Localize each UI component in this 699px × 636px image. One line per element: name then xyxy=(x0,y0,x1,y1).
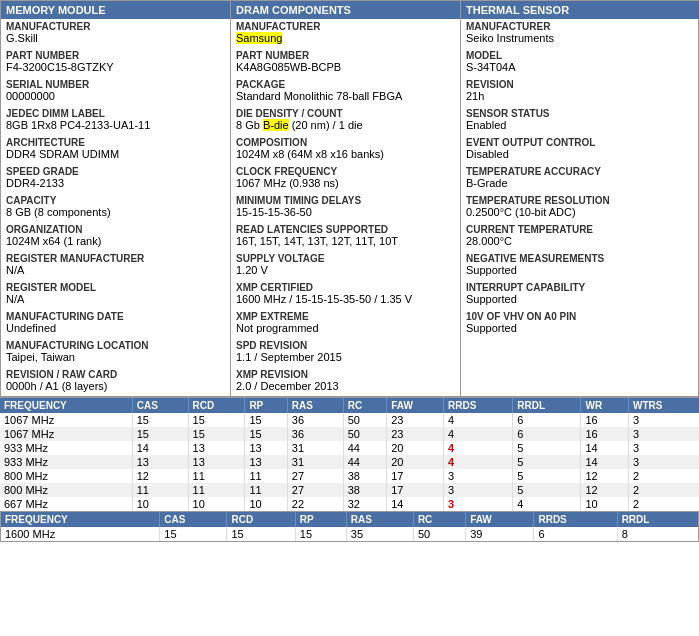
memory-regmfr-label: REGISTER MANUFACTURER xyxy=(6,253,225,264)
thermal-resolution-field: TEMPERATURE RESOLUTION 0.2500°C (10-bit … xyxy=(461,193,699,222)
th-faw: FAW xyxy=(387,398,444,413)
th-cas: CAS xyxy=(132,398,188,413)
table-cell: 10 xyxy=(132,497,188,511)
table-row: 933 MHz14131331442045143 xyxy=(0,441,699,455)
thermal-current-label: CURRENT TEMPERATURE xyxy=(466,224,695,235)
dram-header: DRAM COMPONENTS xyxy=(231,1,460,19)
table-cell: 13 xyxy=(188,455,245,469)
memory-org-field: ORGANIZATION 1024M x64 (1 rank) xyxy=(1,222,230,251)
table-row: 933 MHz13131331442045143 xyxy=(0,455,699,469)
table-cell: 4 xyxy=(444,427,513,441)
dram-mintiming-field: MINIMUM TIMING DELAYS 15-15-15-36-50 xyxy=(231,193,460,222)
memory-regmodel-value: N/A xyxy=(6,293,225,305)
xmp-header-row: FREQUENCY CAS RCD RP RAS RC FAW RRDS RRD… xyxy=(1,512,698,527)
dram-spd-field: SPD REVISION 1.1 / September 2015 xyxy=(231,338,460,367)
dram-voltage-value: 1.20 V xyxy=(236,264,455,276)
dram-spd-label: SPD REVISION xyxy=(236,340,455,351)
table-cell: 10 xyxy=(188,497,245,511)
xmp-th-rcd: RCD xyxy=(227,512,295,527)
table-cell: 38 xyxy=(343,483,386,497)
dram-partnumber-label: PART NUMBER xyxy=(236,50,455,61)
memory-rev-field: REVISION / RAW CARD 0000h / A1 (8 layers… xyxy=(1,367,230,396)
table-cell: 20 xyxy=(387,441,444,455)
table-cell: 27 xyxy=(287,483,343,497)
thermal-accuracy-value: B-Grade xyxy=(466,177,695,189)
timing-table: FREQUENCY CAS RCD RP RAS RC FAW RRDS RRD… xyxy=(0,398,699,511)
table-cell: 3 xyxy=(629,455,699,469)
table-cell: 5 xyxy=(513,455,581,469)
table-cell: 1067 MHz xyxy=(0,413,132,427)
memory-mfgdate-field: MANUFACTURING DATE Undefined xyxy=(1,309,230,338)
dram-die-label: DIE DENSITY / COUNT xyxy=(236,108,455,119)
dram-mintiming-value: 15-15-15-36-50 xyxy=(236,206,455,218)
table-cell: 15 xyxy=(295,527,346,541)
xmp-table-section: FREQUENCY CAS RCD RP RAS RC FAW RRDS RRD… xyxy=(0,512,699,542)
dram-partnumber-value: K4A8G085WB-BCPB xyxy=(236,61,455,73)
dram-xmprev-field: XMP REVISION 2.0 / December 2013 xyxy=(231,367,460,396)
table-row: 667 MHz10101022321434102 xyxy=(0,497,699,511)
dram-xmpext-label: XMP EXTREME xyxy=(236,311,455,322)
memory-rev-value: 0000h / A1 (8 layers) xyxy=(6,380,225,392)
table-cell: 17 xyxy=(387,469,444,483)
dram-die-value: 8 Gb B-die (20 nm) / 1 die xyxy=(236,119,455,131)
table-cell: 38 xyxy=(343,469,386,483)
table-cell: 35 xyxy=(346,527,413,541)
memory-mfgdate-label: MANUFACTURING DATE xyxy=(6,311,225,322)
dram-xmpext-value: Not programmed xyxy=(236,322,455,334)
table-row: 800 MHz11111127381735122 xyxy=(0,483,699,497)
table-cell: 50 xyxy=(413,527,465,541)
thermal-interrupt-field: INTERRUPT CAPABILITY Supported xyxy=(461,280,699,309)
thermal-header: THERMAL SENSOR xyxy=(461,1,699,19)
thermal-model-field: MODEL S-34T04A xyxy=(461,48,699,77)
memory-manufacturer-value: G.Skill xyxy=(6,32,225,44)
memory-manufacturer-label: MANUFACTURER xyxy=(6,21,225,32)
table-cell: 14 xyxy=(581,455,629,469)
table-cell: 15 xyxy=(245,413,287,427)
table-cell: 6 xyxy=(513,427,581,441)
table-cell: 12 xyxy=(581,469,629,483)
table-cell: 10 xyxy=(245,497,287,511)
thermal-current-value: 28.000°C xyxy=(466,235,695,247)
xmp-th-cas: CAS xyxy=(160,512,227,527)
th-ras: RAS xyxy=(287,398,343,413)
table-cell: 15 xyxy=(132,413,188,427)
table-cell: 31 xyxy=(287,441,343,455)
table-row: 1067 MHz15151536502346163 xyxy=(0,413,699,427)
table-cell: 4 xyxy=(444,413,513,427)
memory-capacity-label: CAPACITY xyxy=(6,195,225,206)
table-cell: 2 xyxy=(629,469,699,483)
th-rrds: RRDS xyxy=(444,398,513,413)
dram-clock-field: CLOCK FREQUENCY 1067 MHz (0.938 ns) xyxy=(231,164,460,193)
table-cell: 15 xyxy=(132,427,188,441)
bdie-highlight: B-die xyxy=(263,119,289,131)
table-cell: 13 xyxy=(132,455,188,469)
thermal-revision-value: 21h xyxy=(466,90,695,102)
dram-manufacturer-label: MANUFACTURER xyxy=(236,21,455,32)
xmp-th-rrds: RRDS xyxy=(534,512,617,527)
memory-regmfr-value: N/A xyxy=(6,264,225,276)
thermal-negative-label: NEGATIVE MEASUREMENTS xyxy=(466,253,695,264)
th-rc: RC xyxy=(343,398,386,413)
table-cell: 933 MHz xyxy=(0,455,132,469)
thermal-event-label: EVENT OUTPUT CONTROL xyxy=(466,137,695,148)
main-info-grid: MEMORY MODULE MANUFACTURER G.Skill PART … xyxy=(0,0,699,397)
table-cell: 933 MHz xyxy=(0,441,132,455)
thermal-interrupt-label: INTERRUPT CAPABILITY xyxy=(466,282,695,293)
memory-serial-value: 00000000 xyxy=(6,90,225,102)
table-cell: 39 xyxy=(466,527,534,541)
table-cell: 4 xyxy=(513,497,581,511)
th-frequency: FREQUENCY xyxy=(0,398,132,413)
memory-partnumber-value: F4-3200C15-8GTZKY xyxy=(6,61,225,73)
th-rcd: RCD xyxy=(188,398,245,413)
dram-readlat-value: 16T, 15T, 14T, 13T, 12T, 11T, 10T xyxy=(236,235,455,247)
dram-voltage-field: SUPPLY VOLTAGE 1.20 V xyxy=(231,251,460,280)
memory-capacity-field: CAPACITY 8 GB (8 components) xyxy=(1,193,230,222)
table-cell: 13 xyxy=(245,441,287,455)
table-cell: 2 xyxy=(629,483,699,497)
thermal-manufacturer-value: Seiko Instruments xyxy=(466,32,695,44)
dram-clock-label: CLOCK FREQUENCY xyxy=(236,166,455,177)
dram-comp-field: COMPOSITION 1024M x8 (64M x8 x16 banks) xyxy=(231,135,460,164)
memory-manufacturer-field: MANUFACTURER G.Skill xyxy=(1,19,230,48)
dram-xmpcert-label: XMP CERTIFIED xyxy=(236,282,455,293)
memory-serial-label: SERIAL NUMBER xyxy=(6,79,225,90)
